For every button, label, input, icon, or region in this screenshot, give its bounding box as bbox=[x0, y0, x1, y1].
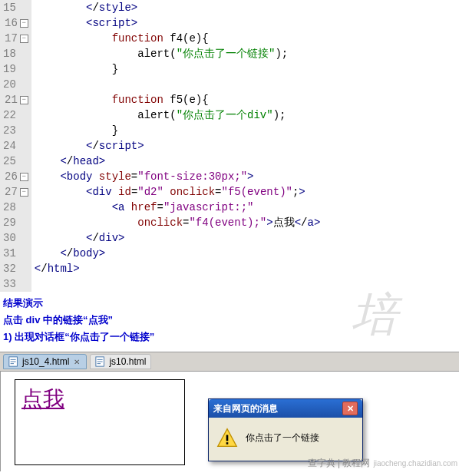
code-line bbox=[35, 77, 321, 92]
brand-url: jiaocheng.chazidian.com bbox=[373, 459, 457, 468]
tab-inactive[interactable]: js10.html bbox=[90, 354, 151, 369]
html-file-icon bbox=[8, 356, 19, 367]
tab-active-label: js10_4.html bbox=[22, 356, 69, 367]
line-number: 31 bbox=[3, 246, 28, 261]
commentary-block: 培 结果演示 点击 div 中的链接“点我” 1) 出现对话框“你点击了一个链接… bbox=[0, 292, 459, 352]
fold-icon[interactable]: − bbox=[20, 19, 28, 28]
code-line: </body> bbox=[35, 246, 321, 261]
code-line: function f5(e){ bbox=[35, 92, 321, 107]
fold-icon[interactable]: − bbox=[20, 173, 28, 181]
code-line: <body style="font-size:30px;"> bbox=[35, 169, 321, 184]
line-number: 16− bbox=[3, 15, 28, 31]
editor-tab-bar: js10_4.html ✕ js10.html bbox=[0, 352, 459, 372]
runtime-preview: 点我 来自网页的消息 ✕ 你点击了一个链接 查字典 | 教程网 jiaochen… bbox=[0, 372, 459, 471]
dialog-title-text: 来自网页的消息 bbox=[213, 402, 278, 415]
code-line: <script> bbox=[35, 15, 321, 31]
line-number: 19 bbox=[3, 61, 28, 77]
code-line: </style> bbox=[35, 0, 321, 15]
line-number: 27− bbox=[3, 184, 28, 200]
code-line: onclick="f4(event);">点我</a> bbox=[35, 215, 321, 230]
code-line: } bbox=[35, 61, 321, 77]
warning-icon bbox=[216, 427, 238, 448]
dialog-titlebar: 来自网页的消息 ✕ bbox=[209, 399, 362, 418]
line-number: 24 bbox=[3, 138, 28, 154]
dialog-message: 你点击了一个链接 bbox=[246, 431, 319, 445]
line-number: 17− bbox=[3, 31, 28, 46]
fold-icon[interactable]: − bbox=[20, 35, 28, 43]
fold-icon[interactable]: − bbox=[20, 96, 28, 104]
code-line: </div> bbox=[35, 230, 321, 246]
commentary: 结果演示 点击 div 中的链接“点我” 1) 出现对话框“你点击了一个链接” bbox=[0, 292, 459, 352]
svg-rect-2 bbox=[226, 435, 229, 441]
html-file-icon bbox=[95, 356, 106, 367]
code-line: function f4(e){ bbox=[35, 31, 321, 46]
dialog-close-button[interactable]: ✕ bbox=[342, 402, 358, 415]
demo-link[interactable]: 点我 bbox=[15, 380, 71, 418]
commentary-header: 结果演示 bbox=[3, 295, 456, 312]
code-line: </head> bbox=[35, 154, 321, 169]
code-line bbox=[35, 276, 321, 292]
alert-dialog: 来自网页的消息 ✕ 你点击了一个链接 bbox=[208, 398, 363, 461]
line-number-gutter: 1516−17−18192021−2223242526−27−282930313… bbox=[0, 0, 31, 292]
line-number: 25 bbox=[3, 154, 28, 169]
code-line: <div id="d2" onclick="f5(event)";> bbox=[35, 184, 321, 200]
line-number: 23 bbox=[3, 123, 28, 138]
line-number: 28 bbox=[3, 200, 28, 215]
line-number: 22 bbox=[3, 107, 28, 123]
code-line: alert("你点击了一个链接"); bbox=[35, 46, 321, 61]
svg-rect-3 bbox=[226, 442, 229, 445]
commentary-step: 点击 div 中的链接“点我” bbox=[3, 312, 456, 329]
code-line: </html> bbox=[35, 261, 321, 276]
watermark-brand: 查字典 | 教程网 jiaocheng.chazidian.com bbox=[308, 457, 457, 470]
commentary-result: 1) 出现对话框“你点击了一个链接” bbox=[3, 329, 456, 345]
line-number: 15 bbox=[3, 0, 28, 15]
dialog-body: 你点击了一个链接 bbox=[209, 418, 362, 461]
brand-text: 查字典 | 教程网 bbox=[308, 457, 371, 470]
close-icon[interactable]: ✕ bbox=[72, 357, 81, 366]
tab-inactive-label: js10.html bbox=[109, 356, 146, 367]
tab-active[interactable]: js10_4.html ✕ bbox=[3, 354, 87, 369]
line-number: 18 bbox=[3, 46, 28, 61]
line-number: 21− bbox=[3, 92, 28, 107]
code-content: </style> <script> function f4(e){ alert(… bbox=[31, 0, 321, 292]
line-number: 32 bbox=[3, 261, 28, 276]
fold-icon[interactable]: − bbox=[20, 188, 28, 197]
line-number: 30 bbox=[3, 230, 28, 246]
code-line: </script> bbox=[35, 138, 321, 154]
page-preview: 点我 bbox=[15, 379, 185, 465]
line-number: 29 bbox=[3, 215, 28, 230]
code-line: <a href="javascript:;" bbox=[35, 200, 321, 215]
line-number: 20 bbox=[3, 77, 28, 92]
code-line: } bbox=[35, 123, 321, 138]
code-editor: 1516−17−18192021−2223242526−27−282930313… bbox=[0, 0, 459, 292]
line-number: 33 bbox=[3, 276, 28, 292]
line-number: 26− bbox=[3, 169, 28, 184]
code-line: alert("你点击了一个div"); bbox=[35, 107, 321, 123]
